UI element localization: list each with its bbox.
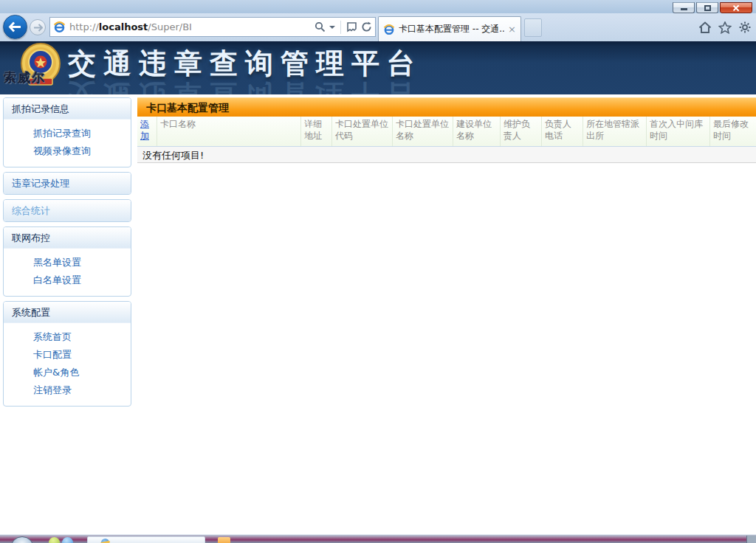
sidebar-item-checkpoint-config[interactable]: 卡口配置 <box>4 346 131 364</box>
column-unit-code: 卡口处置单位代码 <box>332 117 393 146</box>
app-banner: 索威尔 交通违章查询管理平台 交通违章查询管理平台 <box>0 41 756 94</box>
panel-items: 抓拍记录查询 视频录像查询 <box>4 120 131 167</box>
url-path: /Super/BI <box>148 21 192 32</box>
column-unit-name: 卡口处置单位名称 <box>393 117 453 146</box>
start-button[interactable] <box>10 536 34 543</box>
forward-icon <box>33 24 43 32</box>
address-bar-actions <box>315 21 372 34</box>
sidebar-header-system-config[interactable]: 系统配置 <box>4 302 131 323</box>
url-text: http://localhost/Super/BI <box>69 21 315 32</box>
close-icon <box>732 4 740 12</box>
compatibility-view-icon[interactable] <box>346 22 357 32</box>
taskbar-icon-2[interactable] <box>62 537 73 543</box>
close-button[interactable] <box>720 2 752 13</box>
back-icon <box>8 21 22 32</box>
column-phone: 负责人电话 <box>542 117 583 146</box>
url-host: localhost <box>99 21 148 32</box>
minimize-button[interactable] <box>673 2 695 13</box>
ie-favicon-icon <box>53 21 66 33</box>
sidebar-nav: 抓拍记录信息 抓拍记录查询 视频录像查询 违章记录处理 综合统计 联网布控 黑名… <box>3 97 131 411</box>
page-content: 抓拍记录信息 抓拍记录查询 视频录像查询 违章记录处理 综合统计 联网布控 黑名… <box>0 94 756 534</box>
windows-taskbar <box>0 534 756 543</box>
empty-message: 没有任何项目! <box>137 147 756 163</box>
window-titlebar <box>0 0 756 13</box>
tab-close-icon[interactable]: × <box>508 24 516 34</box>
sidebar-panel-capture-records: 抓拍记录信息 抓拍记录查询 视频录像查询 <box>3 97 131 167</box>
search-icon[interactable] <box>315 21 326 32</box>
search-dropdown-icon[interactable] <box>329 26 335 29</box>
column-checkpoint-name: 卡口名称 <box>157 117 301 146</box>
restore-button[interactable] <box>696 2 718 13</box>
taskbar-ie-icon <box>101 539 109 543</box>
sidebar-item-system-home[interactable]: 系统首页 <box>4 328 131 346</box>
tab-ie-icon <box>383 24 395 35</box>
show-desktop-button[interactable] <box>746 536 756 543</box>
add-link[interactable]: 添加 <box>137 117 157 146</box>
minimize-icon <box>681 8 687 10</box>
refresh-icon[interactable] <box>361 21 372 32</box>
sidebar-item-accounts-roles[interactable]: 帐户&角色 <box>4 364 131 381</box>
taskbar-ie-button[interactable] <box>87 536 205 543</box>
main-panel: 卡口基本配置管理 添加 卡口名称 详细地址 卡口处置单位代码 卡口处置单位名称 … <box>137 97 756 163</box>
tab-title: 卡口基本配置管理 -- 交通... <box>399 23 504 35</box>
panel-items: 黑名单设置 白名单设置 <box>4 249 131 296</box>
sidebar-panel-statistics: 综合统计 <box>3 199 131 222</box>
sidebar-item-video-query[interactable]: 视频录像查询 <box>4 142 131 160</box>
window-controls <box>671 2 752 13</box>
back-button[interactable] <box>3 15 27 39</box>
column-police-station: 所在地管辖派出所 <box>583 117 647 146</box>
sidebar-header-statistics[interactable]: 综合统计 <box>4 200 131 221</box>
restore-icon <box>704 5 711 11</box>
browser-toolbar: http://localhost/Super/BI 卡口基本配置管理 -- 交通… <box>0 13 756 41</box>
new-tab-button[interactable] <box>524 18 542 37</box>
divider <box>340 21 341 34</box>
browser-window: http://localhost/Super/BI 卡口基本配置管理 -- 交通… <box>0 0 756 543</box>
panel-items: 系统首页 卡口配置 帐户&角色 注销登录 <box>4 323 131 406</box>
forward-button[interactable] <box>30 19 46 35</box>
vendor-logo-text: 索威尔 <box>4 69 46 86</box>
sidebar-header-violation-handling[interactable]: 违章记录处理 <box>4 173 131 194</box>
sidebar-header-network-control[interactable]: 联网布控 <box>4 227 131 249</box>
sidebar-item-logout[interactable]: 注销登录 <box>4 381 131 399</box>
toolbar-right-icons <box>698 21 752 34</box>
column-last-modified: 最后修改时间 <box>710 117 756 146</box>
table-header-row: 添加 卡口名称 详细地址 卡口处置单位代码 卡口处置单位名称 建设单位名称 维护… <box>137 117 756 147</box>
taskbar-icon-3[interactable] <box>218 537 230 543</box>
app-title: 交通违章查询管理平台 <box>68 45 422 83</box>
taskbar-icon-1[interactable] <box>49 537 60 543</box>
column-address: 详细地址 <box>301 117 332 146</box>
home-icon[interactable] <box>698 21 712 34</box>
sidebar-header-capture-records[interactable]: 抓拍记录信息 <box>4 98 131 120</box>
url-prefix: http:// <box>69 21 99 32</box>
column-first-entry-time: 首次入中间库时间 <box>647 117 710 146</box>
sidebar-item-blacklist[interactable]: 黑名单设置 <box>4 254 131 272</box>
sidebar-panel-violation-handling: 违章记录处理 <box>3 172 131 195</box>
sidebar-panel-network-control: 联网布控 黑名单设置 白名单设置 <box>3 226 131 297</box>
column-maintainer: 维护负责人 <box>501 117 542 146</box>
favorites-star-icon[interactable] <box>718 21 732 34</box>
sidebar-item-whitelist[interactable]: 白名单设置 <box>4 272 131 289</box>
settings-gear-icon[interactable] <box>738 21 752 34</box>
page-title: 卡口基本配置管理 <box>137 97 756 117</box>
browser-tab[interactable]: 卡口基本配置管理 -- 交通... × <box>378 16 521 41</box>
column-builder-name: 建设单位名称 <box>453 117 501 146</box>
address-bar[interactable]: http://localhost/Super/BI <box>49 17 376 37</box>
sidebar-item-capture-query[interactable]: 抓拍记录查询 <box>4 125 131 142</box>
sidebar-panel-system-config: 系统配置 系统首页 卡口配置 帐户&角色 注销登录 <box>3 301 131 407</box>
